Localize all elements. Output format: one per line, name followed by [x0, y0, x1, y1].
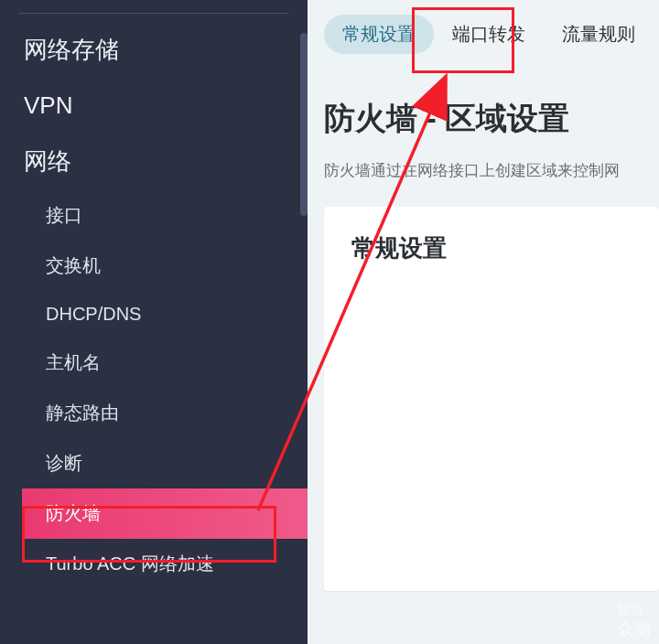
tab-port-forward[interactable]: 端口转发	[434, 15, 544, 54]
tab-traffic-rules[interactable]: 流量规则	[544, 15, 654, 54]
sidebar-item-diagnostics[interactable]: 诊断	[22, 438, 308, 488]
tab-bar: 常规设置 端口转发 流量规则 自定	[324, 15, 659, 54]
main-content: 常规设置 端口转发 流量规则 自定 防火墙 - 区域设置 防火墙通过在网络接口上…	[308, 0, 659, 644]
sidebar-item-switch[interactable]: 交换机	[22, 241, 308, 291]
sidebar: 网络存储 VPN 网络 接口 交换机 DHCP/DNS 主机名 静态路由 诊断 …	[0, 0, 308, 644]
sidebar-item-network[interactable]: 网络	[0, 133, 308, 190]
card-heading: 常规设置	[351, 232, 632, 264]
page-description: 防火墙通过在网络接口上创建区域来控制网	[324, 160, 659, 181]
sidebar-item-interfaces[interactable]: 接口	[22, 190, 308, 241]
sidebar-item-hostname[interactable]: 主机名	[22, 338, 308, 388]
sidebar-item-turbo-acc[interactable]: Turbo ACC 网络加速	[22, 539, 308, 589]
sidebar-item-vpn[interactable]: VPN	[0, 79, 308, 133]
sidebar-item-storage[interactable]: 网络存储	[0, 21, 308, 79]
tab-general[interactable]: 常规设置	[324, 15, 434, 54]
sidebar-submenu-network: 接口 交换机 DHCP/DNS 主机名 静态路由 诊断 防火墙 Turbo AC…	[0, 190, 308, 589]
divider	[18, 13, 289, 14]
sidebar-item-static-routes[interactable]: 静态路由	[22, 388, 308, 438]
tab-custom[interactable]: 自定	[654, 15, 659, 54]
sidebar-item-dhcp-dns[interactable]: DHCP/DNS	[22, 291, 308, 338]
scrollbar-track	[300, 0, 308, 644]
page-title: 防火墙 - 区域设置	[324, 98, 659, 140]
sidebar-item-firewall[interactable]: 防火墙	[22, 488, 308, 539]
settings-card: 常规设置	[324, 207, 659, 591]
scrollbar-thumb[interactable]	[300, 33, 308, 216]
